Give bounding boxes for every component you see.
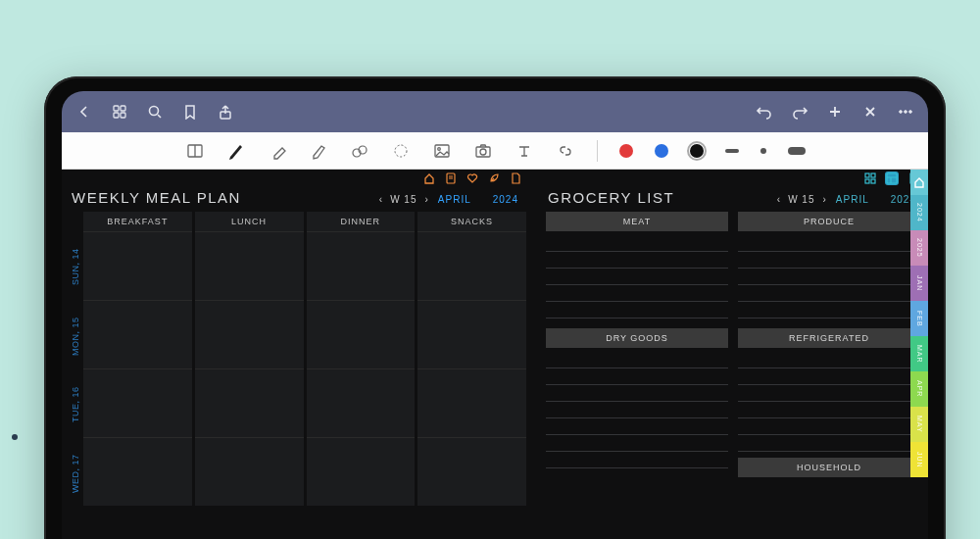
note-icon[interactable]: [444, 172, 458, 185]
grocery-title: GROCERY LIST: [548, 189, 674, 206]
camera-dot: [12, 434, 18, 440]
grocery-minibar: [538, 170, 928, 187]
heart-icon[interactable]: [466, 172, 479, 185]
meal-plan-panel: WEEKLY MEAL PLAN ‹ W 15 › APRIL 2024: [62, 170, 538, 539]
camera-tool-icon[interactable]: [473, 141, 493, 161]
home-icon[interactable]: [422, 172, 436, 185]
toolbar-divider: [597, 140, 598, 162]
svg-point-6: [900, 111, 903, 114]
week-next-icon[interactable]: ›: [425, 194, 428, 205]
grocery-lines[interactable]: [546, 235, 728, 318]
side-tab-MAY[interactable]: MAY: [910, 407, 928, 442]
share-icon[interactable]: [217, 103, 234, 121]
svg-point-16: [480, 149, 486, 155]
svg-rect-18: [865, 173, 869, 177]
grocery-section-refrigerated: REFRIGERATED: [738, 328, 920, 348]
meal-row[interactable]: [83, 300, 526, 368]
svg-rect-2: [114, 113, 119, 118]
svg-rect-3: [121, 113, 125, 118]
meal-col-snacks: SNACKS: [417, 212, 526, 231]
grocery-month[interactable]: APRIL: [836, 194, 869, 205]
svg-rect-1: [121, 106, 125, 111]
plus-icon[interactable]: [826, 103, 844, 121]
grocery-lines[interactable]: [738, 235, 920, 318]
color-swatch-red[interactable]: [619, 144, 633, 158]
lasso-tool-icon[interactable]: [391, 141, 411, 161]
meal-row[interactable]: [83, 368, 526, 437]
grid-icon[interactable]: [863, 172, 877, 185]
eraser-tool-icon[interactable]: [268, 141, 287, 161]
back-icon[interactable]: [75, 103, 93, 121]
side-tab-2025[interactable]: 2025: [910, 230, 928, 266]
panel-toggle-icon[interactable]: [185, 141, 205, 161]
shapes-tool-icon[interactable]: [350, 141, 369, 161]
image-tool-icon[interactable]: [432, 141, 452, 161]
day-label: SUN, 14: [68, 231, 83, 302]
stroke-weight-large[interactable]: [788, 147, 806, 155]
screen: WEEKLY MEAL PLAN ‹ W 15 › APRIL 2024: [62, 91, 928, 539]
meal-year[interactable]: 2024: [493, 194, 518, 205]
side-tab-APR[interactable]: APR: [910, 371, 928, 407]
widget-icon[interactable]: [885, 172, 899, 185]
color-swatch-blue[interactable]: [655, 144, 668, 158]
side-tab-2024[interactable]: 2024: [910, 195, 928, 230]
grocery-lines[interactable]: [738, 352, 920, 452]
svg-point-8: [909, 111, 912, 114]
day-label: WED, 17: [68, 439, 83, 508]
more-icon[interactable]: [897, 103, 914, 121]
side-tab-home[interactable]: [910, 170, 928, 195]
meal-col-lunch: LUNCH: [195, 212, 304, 231]
tablet-frame: WEEKLY MEAL PLAN ‹ W 15 › APRIL 2024: [44, 76, 946, 539]
day-labels: SUN, 14 MON, 15 TUE, 16 WED, 17: [68, 212, 83, 539]
page-icon[interactable]: [509, 172, 522, 185]
search-icon[interactable]: [146, 103, 164, 121]
grocery-section-produce: PRODUCE: [738, 212, 920, 231]
week-nav: ‹ W 15 ›: [379, 194, 428, 205]
svg-point-12: [395, 145, 407, 157]
day-label: MON, 15: [68, 302, 83, 370]
system-bar: [62, 91, 928, 132]
meal-row[interactable]: [83, 437, 526, 506]
meal-columns-header: BREAKFAST LUNCH DINNER SNACKS: [83, 212, 526, 231]
side-tab-FEB[interactable]: FEB: [910, 301, 928, 336]
svg-rect-21: [871, 179, 875, 183]
grocery-section-household: HOUSEHOLD: [738, 458, 920, 477]
stroke-weight-line[interactable]: [725, 149, 739, 153]
highlighter-tool-icon[interactable]: [309, 141, 328, 161]
content-area: WEEKLY MEAL PLAN ‹ W 15 › APRIL 2024: [62, 170, 928, 539]
grocery-header: GROCERY LIST ‹ W 15 › APRIL 2024: [538, 187, 928, 212]
pen-tool-icon[interactable]: [226, 141, 246, 161]
redo-icon[interactable]: [791, 103, 808, 121]
stroke-weight-small[interactable]: [760, 148, 766, 154]
week-next-icon[interactable]: ›: [823, 194, 826, 205]
week-prev-icon[interactable]: ‹: [379, 194, 382, 205]
text-tool-icon[interactable]: [514, 141, 534, 161]
week-prev-icon[interactable]: ‹: [777, 194, 780, 205]
svg-point-4: [150, 107, 159, 116]
meal-plan-title: WEEKLY MEAL PLAN: [72, 189, 241, 206]
week-label: W 15: [390, 194, 416, 205]
link-tool-icon[interactable]: [556, 141, 575, 161]
meal-header: WEEKLY MEAL PLAN ‹ W 15 › APRIL 2024: [62, 187, 530, 212]
side-tab-JAN[interactable]: JAN: [910, 266, 928, 301]
meal-row[interactable]: [83, 231, 526, 300]
side-tab-MAR[interactable]: MAR: [910, 336, 928, 371]
color-swatch-black[interactable]: [690, 144, 704, 158]
side-tab-JUN[interactable]: JUN: [910, 442, 928, 477]
grocery-week-label: W 15: [788, 194, 814, 205]
close-icon[interactable]: [861, 103, 879, 121]
grocery-panel: GROCERY LIST ‹ W 15 › APRIL 2024: [538, 170, 928, 539]
svg-point-7: [905, 111, 907, 114]
side-tabs: 20242025JANFEBMARAPRMAYJUN: [910, 170, 928, 477]
undo-icon[interactable]: [756, 103, 773, 121]
leaf-icon[interactable]: [487, 172, 501, 185]
svg-rect-20: [865, 179, 869, 183]
grocery-section-drygoods: DRY GOODS: [546, 328, 728, 348]
drawing-toolbar: [62, 132, 928, 170]
svg-rect-0: [114, 106, 119, 111]
meal-month[interactable]: APRIL: [438, 194, 471, 205]
apps-icon[interactable]: [111, 103, 128, 121]
bookmark-icon[interactable]: [181, 103, 199, 121]
meal-col-breakfast: BREAKFAST: [83, 212, 192, 231]
grocery-lines[interactable]: [546, 352, 728, 468]
